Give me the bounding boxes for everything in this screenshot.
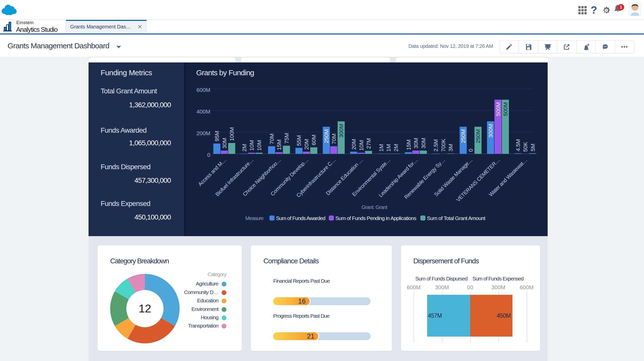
svg-text:0: 0 <box>207 152 210 158</box>
svg-text:20M: 20M <box>351 139 357 150</box>
svg-text:700K: 700K <box>440 139 447 152</box>
svg-text:5M: 5M <box>530 143 536 151</box>
svg-text:27M: 27M <box>366 138 372 149</box>
svg-text:10M: 10M <box>358 140 365 151</box>
svg-text:30M: 30M <box>221 138 228 149</box>
svg-text:Sum of Funds Pending in Applic: Sum of Funds Pending in Applications <box>335 215 416 221</box>
svg-text:Sum of Funds Awarded: Sum of Funds Awarded <box>276 215 325 221</box>
svg-text:0: 0 <box>468 149 474 152</box>
svg-text:2.5M: 2.5M <box>433 139 439 152</box>
svg-text:250M: 250M <box>323 129 330 143</box>
svg-text:300M: 300M <box>338 124 344 138</box>
svg-text:1M: 1M <box>378 144 384 152</box>
svg-text:1M: 1M <box>385 144 392 152</box>
svg-text:300M: 300M <box>488 124 494 138</box>
svg-text:4.5M: 4.5M <box>515 139 521 151</box>
svg-text:500M: 500M <box>502 102 509 116</box>
svg-text:30M: 30M <box>413 138 419 149</box>
svg-text:70M: 70M <box>269 133 275 144</box>
svg-text:Measure: Measure <box>245 215 264 221</box>
svg-text:70M: 70M <box>331 133 337 144</box>
svg-text:15M: 15M <box>406 139 412 150</box>
svg-text:200M: 200M <box>196 130 210 136</box>
svg-text:Sum of Total Grant Amount: Sum of Total Grant Amount <box>427 215 486 221</box>
svg-text:250M: 250M <box>475 129 481 143</box>
svg-text:55M: 55M <box>296 135 302 146</box>
svg-text:2M: 2M <box>241 144 248 152</box>
svg-text:3M: 3M <box>448 144 454 152</box>
svg-text:VETERANS CEMETER…: VETERANS CEMETER… <box>455 157 501 203</box>
svg-text:20M: 20M <box>303 139 310 150</box>
svg-text:250M: 250M <box>460 129 466 143</box>
svg-text:10M: 10M <box>256 140 262 151</box>
svg-text:75M: 75M <box>284 133 290 144</box>
svg-text:Grant: Grant: Grant: Grant <box>361 204 387 210</box>
svg-text:400M: 400M <box>196 109 210 115</box>
svg-text:30M: 30M <box>420 138 427 149</box>
svg-text:500M: 500M <box>495 102 501 116</box>
svg-text:50K: 50K <box>522 142 529 152</box>
svg-text:15M: 15M <box>276 139 282 150</box>
svg-text:Access and M…: Access and M… <box>197 157 227 187</box>
svg-text:95M: 95M <box>214 131 220 141</box>
svg-text:2M: 2M <box>393 144 399 152</box>
svg-text:600M: 600M <box>196 87 210 93</box>
svg-text:100M: 100M <box>229 127 235 141</box>
svg-text:10M: 10M <box>249 140 255 151</box>
svg-text:60M: 60M <box>311 134 317 145</box>
